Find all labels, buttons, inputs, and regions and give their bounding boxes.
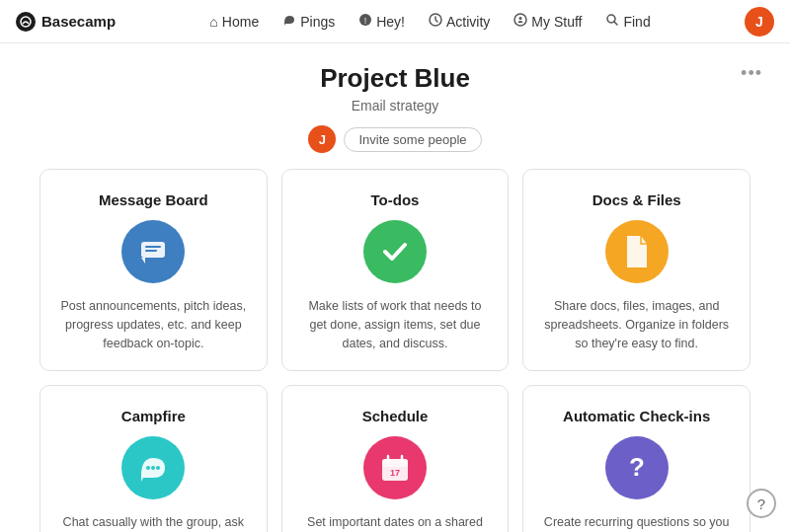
schedule-icon: 17 xyxy=(363,436,427,499)
nav-mystuff[interactable]: My Stuff xyxy=(504,7,592,36)
checkins-icon: ? xyxy=(605,436,669,499)
svg-rect-8 xyxy=(145,246,161,248)
svg-rect-9 xyxy=(145,250,157,252)
message-board-icon xyxy=(121,220,185,283)
main-content: ••• Project Blue Email strategy J Invite… xyxy=(0,43,790,532)
invite-people-button[interactable]: Invite some people xyxy=(344,127,481,152)
top-nav: Basecamp ⌂ Home Pings ! Hey! xyxy=(0,0,790,43)
svg-point-11 xyxy=(151,466,155,470)
brand-name: Basecamp xyxy=(41,13,116,30)
more-options-button[interactable]: ••• xyxy=(733,59,770,88)
nav-find[interactable]: Find xyxy=(595,7,660,36)
pings-icon xyxy=(282,13,296,30)
nav-pings[interactable]: Pings xyxy=(273,7,345,36)
tool-docs-files-name: Docs & Files xyxy=(541,191,732,208)
tool-todos-name: To-dos xyxy=(300,191,491,208)
tool-docs-files-desc: Share docs, files, images, and spreadshe… xyxy=(541,297,732,352)
find-icon xyxy=(605,13,619,30)
project-title: Project Blue xyxy=(40,63,750,94)
tool-checkins-name: Automatic Check-ins xyxy=(541,408,732,424)
project-subtitle: Email strategy xyxy=(40,98,750,114)
project-header: Project Blue Email strategy J Invite som… xyxy=(40,63,750,153)
invite-row: J Invite some people xyxy=(40,125,750,153)
home-icon: ⌂ xyxy=(209,14,217,30)
tool-checkins[interactable]: Automatic Check-ins ? Create recurring q… xyxy=(522,385,750,532)
tool-schedule-name: Schedule xyxy=(300,408,491,424)
svg-point-10 xyxy=(146,466,150,470)
user-avatar-small: J xyxy=(308,125,336,153)
svg-point-5 xyxy=(519,17,522,20)
svg-rect-14 xyxy=(382,459,408,467)
help-button[interactable]: ? xyxy=(747,489,776,518)
docs-files-icon xyxy=(605,220,669,283)
campfire-icon xyxy=(121,436,185,499)
tools-grid: Message Board Post announcements, pitch … xyxy=(40,169,750,532)
tool-todos[interactable]: To-dos Make lists of work that needs to … xyxy=(281,169,510,371)
svg-point-12 xyxy=(156,466,160,470)
tool-message-board-desc: Post announcements, pitch ideas, progres… xyxy=(58,297,249,352)
tool-campfire[interactable]: Campfire Chat casually with the group, a… xyxy=(40,385,268,532)
svg-text:!: ! xyxy=(364,16,367,26)
activity-icon xyxy=(429,13,442,30)
tool-todos-desc: Make lists of work that needs to get don… xyxy=(300,297,491,352)
tool-schedule[interactable]: Schedule 17 Set important dates on a sha… xyxy=(281,385,510,532)
tool-campfire-desc: Chat casually with the group, ask random… xyxy=(58,513,249,532)
svg-text:?: ? xyxy=(629,452,645,482)
mystuff-icon xyxy=(514,13,527,30)
nav-links: ⌂ Home Pings ! Hey! xyxy=(199,7,660,36)
nav-activity[interactable]: Activity xyxy=(419,7,500,36)
tool-message-board-name: Message Board xyxy=(58,191,249,208)
tool-checkins-desc: Create recurring questions so you don't … xyxy=(541,513,732,532)
user-avatar[interactable]: J xyxy=(745,7,774,37)
brand-logo[interactable]: Basecamp xyxy=(16,12,116,32)
basecamp-logo-icon xyxy=(16,12,36,32)
tool-message-board[interactable]: Message Board Post announcements, pitch … xyxy=(40,169,268,371)
tool-docs-files[interactable]: Docs & Files Share docs, files, images, … xyxy=(522,169,750,371)
nav-hey[interactable]: ! Hey! xyxy=(349,7,415,36)
tool-campfire-name: Campfire xyxy=(58,408,249,424)
tool-schedule-desc: Set important dates on a shared schedule… xyxy=(300,513,491,532)
nav-home[interactable]: ⌂ Home xyxy=(199,8,269,36)
todos-icon xyxy=(363,220,427,283)
svg-text:17: 17 xyxy=(390,468,400,478)
hey-icon: ! xyxy=(358,13,372,30)
